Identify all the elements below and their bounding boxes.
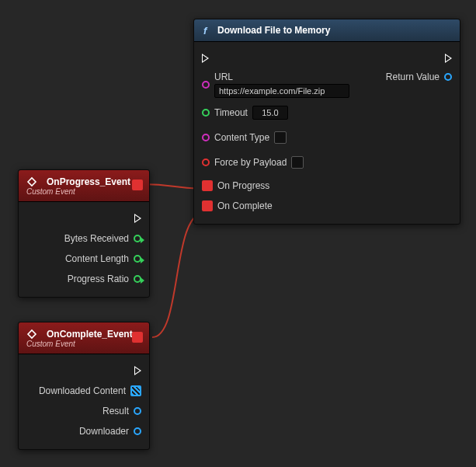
event-icon	[26, 176, 37, 187]
progress-ratio-pin[interactable]: Progress Ratio	[68, 274, 141, 284]
node-title: OnComplete_Event	[47, 329, 133, 340]
exec-icon	[134, 366, 141, 375]
downloaded-content-pin[interactable]: Downloaded Content	[39, 385, 141, 396]
timeout-label: Timeout	[214, 107, 248, 118]
return-value-pin[interactable]: Return Value	[386, 71, 452, 82]
on-progress-input-pin[interactable]: On Progress	[202, 180, 269, 191]
enum-pin-icon	[134, 407, 141, 415]
float-pin-icon	[134, 275, 141, 283]
timeout-input[interactable]	[252, 106, 288, 120]
svg-text:f: f	[203, 25, 208, 36]
content-type-field[interactable]	[274, 131, 287, 144]
delegate-pin-icon	[202, 180, 213, 191]
node-header: OnComplete_Event Custom Event	[19, 322, 149, 354]
delegate-out-pin[interactable]	[132, 332, 143, 343]
url-label: URL	[214, 71, 349, 82]
url-input-pin[interactable]: URL	[202, 71, 349, 98]
url-input[interactable]	[214, 84, 349, 98]
float-pin-icon	[202, 109, 210, 117]
downloader-pin[interactable]: Downloader	[79, 426, 141, 437]
on-complete-label: On Complete	[217, 200, 273, 211]
content-type-input-pin[interactable]: Content Type	[202, 131, 287, 144]
node-download-file-to-memory[interactable]: f Download File to Memory URL Return Val…	[193, 19, 460, 225]
on-complete-input-pin[interactable]: On Complete	[202, 200, 273, 211]
node-oncomplete-event[interactable]: OnComplete_Event Custom Event Downloaded…	[18, 322, 150, 450]
force-payload-input-pin[interactable]: Force by Payload	[202, 156, 304, 169]
event-icon	[26, 329, 37, 340]
bool-pin-icon	[202, 159, 210, 166]
exec-icon	[445, 54, 452, 63]
bytes-received-pin[interactable]: Bytes Received	[64, 233, 141, 244]
int-pin-icon	[134, 235, 141, 242]
content-type-label: Content Type	[214, 132, 269, 143]
timeout-input-pin[interactable]: Timeout	[202, 106, 288, 120]
string-pin-icon	[202, 81, 210, 89]
node-onprogress-event[interactable]: OnProgress_Event Custom Event Bytes Rece…	[18, 169, 150, 298]
node-subtitle: Custom Event	[26, 187, 75, 196]
node-body: URL Return Value Timeout Content Type	[194, 42, 460, 224]
delegate-pin-icon	[202, 200, 213, 211]
exec-out-pin[interactable]	[134, 214, 141, 223]
content-length-pin[interactable]: Content Length	[65, 253, 141, 264]
exec-icon	[134, 214, 141, 223]
exec-out-pin[interactable]	[445, 54, 452, 63]
exec-icon	[202, 54, 209, 63]
force-payload-label: Force by Payload	[214, 157, 287, 168]
on-progress-label: On Progress	[217, 180, 269, 191]
object-pin-icon	[444, 73, 452, 81]
node-body: Downloaded Content Result Downloader	[19, 354, 149, 449]
exec-out-pin[interactable]	[134, 366, 141, 375]
struct-pin-icon	[130, 385, 141, 396]
force-payload-checkbox[interactable]	[291, 156, 304, 169]
node-header: OnProgress_Event Custom Event	[19, 170, 149, 202]
result-pin[interactable]: Result	[102, 406, 141, 416]
object-pin-icon	[134, 427, 141, 435]
string-pin-icon	[202, 134, 210, 141]
node-title: OnProgress_Event	[47, 176, 130, 187]
node-header: f Download File to Memory	[194, 19, 460, 42]
delegate-out-pin[interactable]	[132, 179, 143, 190]
return-label: Return Value	[386, 71, 440, 82]
node-title: Download File to Memory	[217, 25, 330, 36]
node-subtitle: Custom Event	[26, 340, 75, 348]
node-body: Bytes Received Content Length Progress R…	[19, 202, 149, 297]
function-icon: f	[202, 25, 213, 36]
exec-in-pin[interactable]	[202, 54, 209, 63]
int-pin-icon	[134, 255, 141, 263]
